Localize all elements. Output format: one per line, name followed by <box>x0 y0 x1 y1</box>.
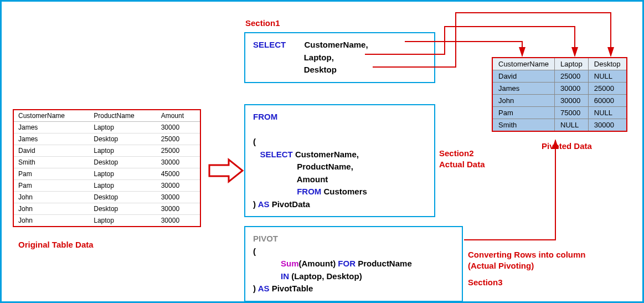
paren-close-pivot: ) <box>253 284 256 293</box>
sql-pivot-box: PIVOT ( Sum(Amount) FOR ProductName IN (… <box>244 226 463 302</box>
keyword-select-inner: SELECT <box>260 150 293 159</box>
section1-label: Section1 <box>245 18 280 28</box>
original-data-table: CustomerName ProductName Amount JamesLap… <box>13 109 201 227</box>
header-productname: ProductName <box>89 110 156 122</box>
sql-alias-pivottable: PivotTable <box>272 284 313 293</box>
sql-select-box: SELECT CustomerName, Laptop, Desktop <box>244 32 435 83</box>
header-laptop: Laptop <box>555 58 589 70</box>
table-row: SmithDesktop30000 <box>13 157 200 168</box>
table-row: JohnDesktop30000 <box>13 192 200 203</box>
sql-inner-col3: Amount <box>297 174 328 184</box>
sql-inner-col1: CustomerName <box>295 150 357 159</box>
table-row: James3000025000 <box>492 83 627 95</box>
sql-col-desktop: Desktop <box>304 65 337 74</box>
table-header-row: CustomerName ProductName Amount <box>13 110 200 122</box>
original-table-label: Original Table Data <box>18 240 94 249</box>
for-col: ProductName <box>358 259 412 268</box>
keyword-from-inner: FROM <box>297 187 321 196</box>
pivoted-data-table: CustomerName Laptop Desktop David25000NU… <box>492 57 627 132</box>
keyword-as: AS <box>258 199 270 209</box>
table-row: JohnLaptop30000 <box>13 215 200 227</box>
paren-open: ( <box>253 137 256 146</box>
section3-label-b: (Actual Pivoting) <box>468 261 534 270</box>
table-row: John3000060000 <box>492 95 627 107</box>
sql-inner-col2: ProductName <box>297 162 351 171</box>
table-row: Pam75000NULL <box>492 107 627 119</box>
svg-marker-0 <box>209 160 243 182</box>
section2-label: Section2 <box>439 148 474 158</box>
keyword-as-pivot: AS <box>258 284 270 293</box>
diagram-canvas: CustomerName ProductName Amount JamesLap… <box>0 0 644 303</box>
keyword-select: SELECT <box>253 40 286 49</box>
section3-label-c: Section3 <box>468 278 503 287</box>
pivoted-data-label: Pivoted Data <box>542 141 592 151</box>
sql-inner-table: Customers <box>324 187 367 196</box>
table-row: PamLaptop45000 <box>13 168 200 180</box>
table-row: David25000NULL <box>492 70 627 83</box>
header-desktop: Desktop <box>588 58 626 70</box>
keyword-pivot: PIVOT <box>253 234 278 243</box>
header-customername: CustomerName <box>13 110 89 122</box>
sql-col-laptop: Laptop <box>304 53 332 62</box>
keyword-from: FROM <box>253 112 277 121</box>
sql-from-box: FROM ( SELECT CustomerName, ProductName,… <box>244 104 435 217</box>
sql-col-customername: CustomerName <box>305 40 366 49</box>
keyword-for: FOR <box>338 259 356 268</box>
table-row: JohnDesktop30000 <box>13 203 200 215</box>
paren-close: ) <box>253 199 256 209</box>
table-row: PamLaptop30000 <box>13 180 200 192</box>
header-customername: CustomerName <box>492 58 555 70</box>
sum-arg: (Amount) <box>299 259 336 268</box>
table-row: SmithNULL30000 <box>492 119 627 132</box>
arrow-icon <box>207 157 245 184</box>
table-row: DavidLaptop25000 <box>13 145 200 157</box>
table-header-row: CustomerName Laptop Desktop <box>492 58 627 70</box>
in-list: (Laptop, Desktop) <box>291 271 362 281</box>
keyword-sum: Sum <box>281 259 299 268</box>
keyword-in: IN <box>281 271 289 281</box>
header-amount: Amount <box>157 110 200 122</box>
sql-alias-pivotdata: PivotData <box>272 199 310 209</box>
table-row: JamesLaptop30000 <box>13 122 200 133</box>
section2-sublabel: Actual Data <box>439 160 485 169</box>
paren-open-pivot: ( <box>253 246 256 256</box>
table-row: JamesDesktop25000 <box>13 133 200 145</box>
section3-label-a: Converting Rows into column <box>468 250 586 259</box>
